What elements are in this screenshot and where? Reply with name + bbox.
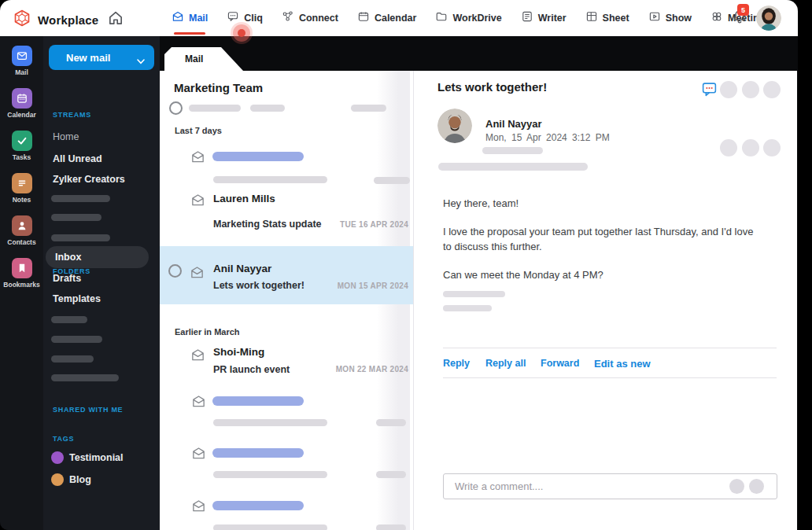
rail-item-contacts[interactable]: Contacts [0,215,43,246]
bookmarks-app-icon [12,258,32,278]
body-paragraph: I love the proposal your team put togeth… [443,225,758,255]
rail-item-mail[interactable]: Mail [0,46,43,76]
skeleton-bar [213,524,327,530]
sidebar-item-tag-testimonial[interactable]: Testimonial [69,452,124,463]
select-circle[interactable] [168,264,182,278]
mail-sidebar: New mail STREAMS Home All Unread Zylker … [43,36,160,530]
inbox-label: Inbox [55,252,81,263]
rail-item-tasks[interactable]: Tasks [0,131,43,161]
connect-icon [282,10,294,26]
action-placeholder [763,139,781,156]
topnav-item-workdrive[interactable]: WorkDrive [435,0,501,36]
rail-label: Mail [0,68,43,76]
email-row-skeleton[interactable] [160,444,413,484]
mail-list-pane: Marketing Team Last 7 days [160,71,413,530]
rail-label: Calendar [0,111,43,119]
skeleton-bar [212,152,304,161]
skeleton-bar [374,177,410,184]
calendar-app-icon [12,88,32,109]
sidebar-item-drafts[interactable]: Drafts [53,273,81,284]
tag-color-dot [51,451,64,464]
rail-label: Notes [0,196,43,204]
skeleton-bar [443,305,492,311]
group-label-older: Earlier in March [175,327,240,337]
email-sender: Anil Nayyar [213,263,271,274]
skeleton-bar [482,147,543,154]
topnav-item-calendar[interactable]: Calendar [357,0,417,36]
action-placeholder [763,81,781,98]
skeleton-bar [213,419,327,426]
email-row-lauren-mills[interactable]: Lauren Mills Marketing Stats update TUE … [160,189,413,245]
sidebar-item-all-unread[interactable]: All Unread [53,153,102,164]
skeleton-bar [51,195,110,202]
skeleton-bar [250,105,285,112]
topnav-label: Show [666,13,692,24]
comments-icon[interactable] [701,81,718,101]
email-sender: Lauren Mills [213,193,275,204]
topnav-item-show[interactable]: Show [648,0,692,36]
brand-name: Workplace [38,13,98,27]
email-row-skeleton[interactable] [160,496,413,530]
email-subject: Lets work together! [213,280,304,291]
rail-item-notes[interactable]: Notes [0,173,43,204]
email-row-anil-nayyar[interactable]: Anil Nayyar Lets work together! MON 15 A… [160,246,413,304]
topnav-item-mail[interactable]: Mail [172,0,208,36]
workplace-logo[interactable]: Workplace [13,9,98,31]
sidebar-item-inbox[interactable]: Inbox [46,246,149,268]
message-sender-name: Anil Nayyar [485,118,542,130]
rail-label: Contacts [0,238,43,246]
sidebar-item-zylker-creators[interactable]: Zylker Creators [53,174,125,185]
topnav-label: Calendar [375,13,417,24]
home-icon[interactable] [107,9,124,27]
show-icon [648,10,661,26]
shared-with-me-header: SHARED WITH ME [53,406,123,414]
skeleton-bar [189,105,241,112]
skeleton-bar [376,419,406,426]
email-subject: Marketing Stats update [213,219,322,230]
workdrive-icon [435,10,448,26]
rail-item-bookmarks[interactable]: Bookmarks [0,258,43,289]
user-avatar[interactable] [756,6,781,31]
comment-input[interactable] [443,473,777,499]
mail-icon [172,10,184,26]
sidebar-item-templates[interactable]: Templates [53,293,101,304]
team-title: Marketing Team [174,81,263,94]
sheet-icon [585,10,598,26]
reply-all-button[interactable]: Reply all [485,358,526,369]
email-row-shoi-ming[interactable]: Shoi-Ming PR launch event MON 22 MAR 202… [160,343,413,398]
message-datetime: Mon, 15 Apr 2024 3:12 PM [485,132,610,143]
email-row-skeleton[interactable] [160,145,413,189]
action-placeholder [742,139,759,156]
sidebar-item-tag-blog[interactable]: Blog [69,474,91,485]
edit-as-new-button[interactable]: Edit as new [594,358,651,370]
action-placeholder [742,81,759,98]
comment-box [443,473,777,499]
skeleton-bar [51,234,110,241]
topnav-label: Connect [299,13,338,24]
skeleton-bar [376,471,406,478]
divider [443,377,777,378]
top-navigation: Mail Cliq Connect Calendar WorkDrive [172,0,765,36]
open-envelope-icon [190,149,205,164]
sidebar-item-home[interactable]: Home [53,131,79,142]
notifications-bell-icon[interactable]: 5 [731,9,750,28]
skeleton-bar [213,471,327,478]
reply-button[interactable]: Reply [443,358,470,369]
app-body: Mail Calendar Tasks Notes Contacts Bookm… [0,36,798,530]
rail-item-calendar[interactable]: Calendar [0,88,43,119]
email-date: MON 15 APR 2024 [338,282,408,290]
topnav-item-sheet[interactable]: Sheet [585,0,629,36]
forward-button[interactable]: Forward [541,358,579,369]
topnav-item-writer[interactable]: Writer [521,0,567,36]
email-row-skeleton[interactable] [160,392,413,432]
tab-mail[interactable]: Mail [164,47,243,71]
active-tab-underline [174,32,205,35]
new-mail-button[interactable]: New mail [49,45,154,70]
skeleton-bar [376,524,406,530]
select-all-circle[interactable] [169,101,183,115]
comment-action-placeholder [729,479,744,494]
topnav-item-connect[interactable]: Connect [282,0,338,36]
contacts-app-icon [12,215,32,236]
writer-icon [521,10,533,26]
cliq-pulse-indicator[interactable] [233,24,250,42]
